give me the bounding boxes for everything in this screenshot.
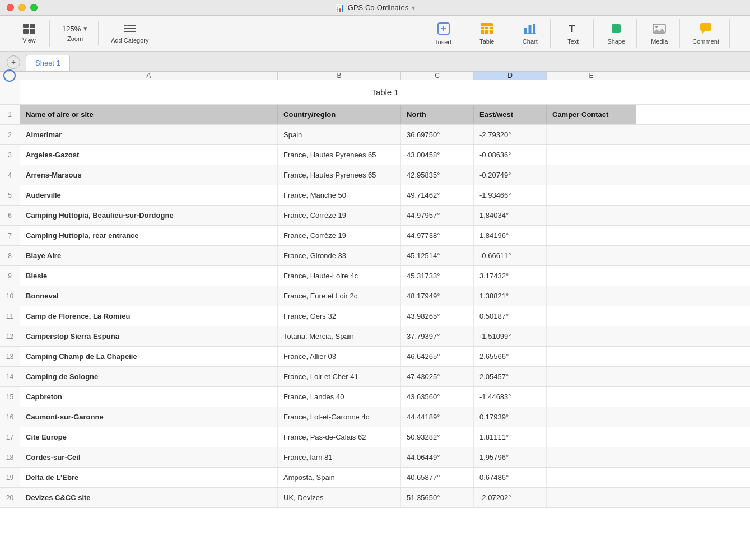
cell-north[interactable]: 45.31733° [401, 266, 474, 286]
cell-contact[interactable] [547, 427, 636, 447]
cell-name[interactable]: Delta de L'Ebre [20, 468, 278, 487]
cell-country[interactable]: Spain [278, 125, 401, 144]
cell-country[interactable]: France, Allier 03 [278, 347, 401, 366]
cell-north[interactable]: 43.98265° [401, 306, 474, 326]
cell-east[interactable]: -1.51099° [474, 326, 547, 346]
col-header-d[interactable]: D [474, 72, 547, 80]
cell-north[interactable]: 43.63560° [401, 387, 474, 407]
maximize-button[interactable] [30, 4, 38, 11]
cell-country[interactable]: France, Eure et Loir 2c [278, 286, 401, 306]
cell-north[interactable]: 51.35650° [401, 488, 474, 507]
view-button[interactable]: View [13, 20, 45, 47]
cell-north[interactable]: 44.97738° [401, 226, 474, 245]
cell-north[interactable]: 49.71462° [401, 185, 474, 205]
zoom-button[interactable]: 125% ▼ Zoom [57, 21, 94, 45]
col-header-e[interactable]: E [547, 72, 636, 80]
cell-north[interactable]: 36.69750° [401, 125, 474, 144]
cell-name[interactable]: Camping Huttopia, Beaulieu-sur-Dordogne [20, 206, 278, 225]
cell-name[interactable]: Camping de Sologne [20, 367, 278, 386]
col-header-c[interactable]: C [401, 72, 474, 80]
cell-east[interactable]: -1.93466° [474, 185, 547, 205]
cell-name[interactable]: Cordes-sur-Ceil [20, 447, 278, 467]
col-header-b[interactable]: B [278, 72, 401, 80]
cell-country[interactable]: France, Hautes Pyrenees 65 [278, 145, 401, 165]
insert-button[interactable]: Insert [428, 18, 459, 49]
cell-country[interactable]: France, Corrèze 19 [278, 226, 401, 245]
cell-name[interactable]: Devizes C&CC site [20, 488, 278, 507]
cell-contact[interactable] [547, 185, 636, 205]
cell-north[interactable]: 48.17949° [401, 286, 474, 306]
cell-contact[interactable] [547, 468, 636, 487]
cell-east[interactable]: 1.84196° [474, 226, 547, 245]
cell-name[interactable]: Auderville [20, 185, 278, 205]
cell-east[interactable]: -0.08636° [474, 145, 547, 165]
shape-button[interactable]: Shape [600, 19, 632, 48]
cell-name[interactable]: Camping Champ de La Chapeiie [20, 347, 278, 366]
cell-country[interactable]: France, Corrèze 19 [278, 206, 401, 225]
cell-contact[interactable] [547, 226, 636, 245]
add-category-button[interactable]: Add Category [105, 20, 154, 47]
cell-name[interactable]: Blaye Aire [20, 246, 278, 265]
cell-east[interactable]: -0.66611° [474, 246, 547, 265]
cell-country[interactable]: Amposta, Spain [278, 468, 401, 487]
add-sheet-button[interactable]: + [7, 55, 20, 69]
cell-name[interactable]: Capbreton [20, 387, 278, 407]
cell-contact[interactable] [547, 306, 636, 326]
close-button[interactable] [7, 4, 14, 11]
cell-contact[interactable] [547, 367, 636, 386]
cell-name[interactable]: Camperstop Sierra Espuña [20, 326, 278, 346]
sheet-tab-1[interactable]: Sheet 1 [26, 55, 70, 71]
cell-east[interactable]: 0.17939° [474, 407, 547, 427]
cell-contact[interactable] [547, 447, 636, 467]
cell-east[interactable]: 1.38821° [474, 286, 547, 306]
cell-country[interactable]: France, Lot-et-Garonne 4c [278, 407, 401, 427]
cell-north[interactable]: 44.97957° [401, 206, 474, 225]
cell-country[interactable]: France, Haute-Loire 4c [278, 266, 401, 286]
cell-east[interactable]: 1,84034° [474, 206, 547, 225]
cell-contact[interactable] [547, 286, 636, 306]
cell-country[interactable]: France, Gers 32 [278, 306, 401, 326]
cell-contact[interactable] [547, 125, 636, 144]
cell-north[interactable]: 44.06449° [401, 447, 474, 467]
cell-contact[interactable] [547, 145, 636, 165]
cell-name[interactable]: Cite Europe [20, 427, 278, 447]
cell-north[interactable]: 50.93282° [401, 427, 474, 447]
cell-north[interactable]: 43.00458° [401, 145, 474, 165]
cell-contact[interactable] [547, 206, 636, 225]
cell-country[interactable]: France, Manche 50 [278, 185, 401, 205]
table-button[interactable]: Table [471, 19, 502, 48]
cell-contact[interactable] [547, 266, 636, 286]
cell-north[interactable]: 45.12514° [401, 246, 474, 265]
cell-east[interactable]: 2.65566° [474, 347, 547, 366]
cell-country[interactable]: France, Hautes Pyrenees 65 [278, 165, 401, 185]
cell-north[interactable]: 37.79397° [401, 326, 474, 346]
cell-country[interactable]: France,Tarn 81 [278, 447, 401, 467]
text-button[interactable]: T Text [557, 19, 589, 48]
cell-contact[interactable] [547, 347, 636, 366]
cell-contact[interactable] [547, 246, 636, 265]
col-header-a[interactable]: A [20, 72, 278, 80]
cell-north[interactable]: 42.95835° [401, 165, 474, 185]
cell-east[interactable]: 1.81111° [474, 427, 547, 447]
cell-contact[interactable] [547, 326, 636, 346]
cell-name[interactable]: Arrens-Marsous [20, 165, 278, 185]
cell-country[interactable]: France, Landes 40 [278, 387, 401, 407]
cell-name[interactable]: Argeles-Gazost [20, 145, 278, 165]
cell-country[interactable]: UK, Devizes [278, 488, 401, 507]
cell-name[interactable]: Almerimar [20, 125, 278, 144]
cell-east[interactable]: 1.95796° [474, 447, 547, 467]
cell-contact[interactable] [547, 407, 636, 427]
cell-east[interactable]: 2.05457° [474, 367, 547, 386]
cell-contact[interactable] [547, 488, 636, 507]
comment-button[interactable]: Comment [687, 19, 725, 48]
cell-east[interactable]: -0.20749° [474, 165, 547, 185]
cell-name[interactable]: Camp de Florence, La Romieu [20, 306, 278, 326]
chart-button[interactable]: Chart [514, 19, 546, 48]
cell-north[interactable]: 44.44189° [401, 407, 474, 427]
media-button[interactable]: Media [644, 19, 675, 48]
cell-country[interactable]: France, Loir et Cher 41 [278, 367, 401, 386]
cell-east[interactable]: -2.79320° [474, 125, 547, 144]
cell-east[interactable]: -1.44683° [474, 387, 547, 407]
cell-country[interactable]: France, Pas-de-Calais 62 [278, 427, 401, 447]
cell-name[interactable]: Blesle [20, 266, 278, 286]
